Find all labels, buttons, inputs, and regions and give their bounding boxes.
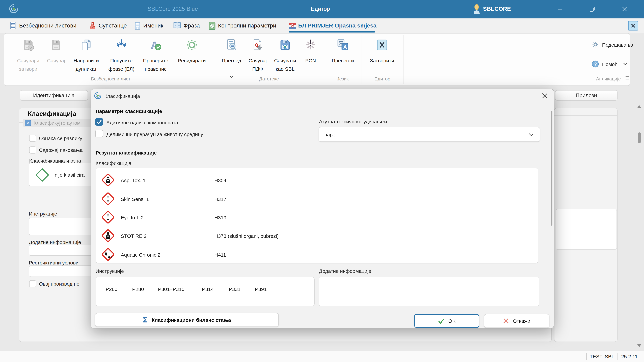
tab-phrase[interactable]: Фраза bbox=[173, 18, 200, 33]
spellcheck-button[interactable]: A Проверите правопис bbox=[139, 35, 172, 84]
empty-diamond-icon bbox=[33, 166, 51, 184]
pcn-button[interactable]: PCN bbox=[300, 35, 321, 84]
account-name[interactable]: SBLCORE bbox=[483, 6, 511, 12]
dialog-title: Класификација bbox=[104, 93, 140, 99]
page-scrollbar[interactable] bbox=[636, 104, 643, 349]
save-and-close-button[interactable]: Сачувај и затвори bbox=[14, 35, 42, 84]
tab-directory[interactable]: Именик bbox=[134, 18, 163, 33]
settings-gear-icon bbox=[592, 41, 599, 48]
close-tab-button[interactable] bbox=[628, 21, 638, 30]
additional-info-field[interactable] bbox=[29, 245, 94, 256]
ok-button[interactable]: OK bbox=[414, 314, 479, 328]
classification-list-label: Класификација bbox=[96, 160, 131, 166]
ghs08-health-hazard-icon bbox=[101, 229, 115, 242]
classification-balance-button[interactable]: Σ Класификациони биланс стања bbox=[95, 313, 279, 327]
dialog-logo-icon bbox=[94, 92, 102, 99]
p-code[interactable]: P280 bbox=[132, 286, 144, 292]
spellcheck-icon: A bbox=[149, 38, 162, 52]
scroll-down-icon[interactable] bbox=[637, 344, 642, 347]
sigma-icon: Σ bbox=[143, 316, 148, 324]
label-differs-checkbox[interactable] bbox=[29, 135, 36, 142]
product-checkbox[interactable] bbox=[29, 280, 36, 287]
chevron-down-icon bbox=[623, 63, 628, 65]
minimize-button[interactable] bbox=[554, 4, 566, 14]
save-button[interactable]: Сачувај bbox=[43, 35, 69, 84]
ghs07-exclamation-icon bbox=[101, 192, 115, 205]
divider bbox=[554, 171, 617, 171]
section-title: Класификација bbox=[28, 110, 76, 118]
check-icon bbox=[95, 118, 103, 126]
additive-checkbox[interactable] bbox=[95, 118, 103, 126]
safety-sheet-icon bbox=[10, 21, 17, 30]
save-icon bbox=[49, 38, 63, 52]
attachments-tab-button[interactable]: Прилози bbox=[555, 90, 618, 100]
p-codes-box[interactable]: P260 P280 P301+P310 P314 P331 P391 bbox=[96, 277, 314, 306]
additional-info-box[interactable] bbox=[319, 277, 539, 306]
close-window-button[interactable] bbox=[619, 4, 630, 14]
group-label-editor: Едитор bbox=[366, 76, 399, 81]
p-code[interactable]: P301+P310 bbox=[158, 286, 184, 292]
hazard-row[interactable]: STOT RE 2 H373 (slušni organi, bubrezi) bbox=[96, 226, 538, 245]
dialog-additional-label: Додатне информације bbox=[319, 268, 371, 274]
ghs07-exclamation-icon bbox=[101, 211, 115, 224]
settings-button[interactable]: Подешавања bbox=[592, 41, 633, 48]
cancel-button[interactable]: Откажи bbox=[484, 314, 550, 328]
group-divider bbox=[362, 35, 362, 84]
dropdown-value: паре bbox=[324, 132, 336, 137]
pdf-icon bbox=[251, 38, 264, 52]
instructions-label: Инструкције bbox=[29, 211, 57, 217]
instructions-field[interactable] bbox=[29, 218, 94, 235]
restore-button[interactable] bbox=[586, 4, 598, 14]
group-label-applications: Апликације bbox=[588, 76, 628, 81]
status-divider bbox=[618, 353, 618, 360]
dialog-instructions-label: Инструкције bbox=[96, 268, 124, 274]
status-divider bbox=[586, 353, 587, 360]
scrollbar-thumb[interactable] bbox=[638, 132, 641, 143]
app-logo-icon bbox=[9, 4, 19, 14]
hazard-row[interactable]: Asp. Tox. 1 H304 bbox=[96, 171, 538, 190]
status-mode: TEST: SBL bbox=[590, 354, 614, 359]
group-label-files: Датотеке bbox=[240, 76, 298, 81]
p-code[interactable]: P260 bbox=[106, 286, 118, 292]
hazard-row[interactable]: Eye Irrit. 2 H319 bbox=[96, 208, 538, 227]
dialog-scrollbar-thumb[interactable] bbox=[551, 111, 552, 226]
p-code[interactable]: P331 bbox=[229, 286, 240, 292]
titlebar: SBLCore 2025 Blue Едитор SBLCORE bbox=[0, 0, 644, 18]
package-contents-checkbox[interactable] bbox=[29, 146, 36, 153]
acute-toxicity-label: Акутна токсичност удисањем bbox=[319, 119, 387, 124]
building-icon bbox=[134, 22, 141, 30]
ribbon-toolbar: Сачувај и затвори Сачувај Направити дупл… bbox=[4, 33, 630, 86]
product-checkbox-label: Овај производ не bbox=[39, 281, 79, 287]
tab-substances[interactable]: Супстанце bbox=[89, 18, 127, 33]
scroll-up-icon[interactable] bbox=[637, 105, 642, 108]
identification-tab-button[interactable]: Идентификација bbox=[20, 90, 88, 100]
p-code[interactable]: P391 bbox=[255, 286, 267, 292]
tab-control-parameters[interactable]: Контролни параметри bbox=[209, 18, 276, 33]
translate-icon: A bbox=[336, 38, 350, 52]
hazard-row[interactable]: Skin Sens. 1 H317 bbox=[96, 189, 538, 209]
auto-classify-button[interactable]: ✳ Класификујте аутом bbox=[23, 119, 92, 127]
dialog-close-icon[interactable] bbox=[542, 93, 548, 99]
restrictive-conditions-field[interactable] bbox=[29, 266, 94, 277]
partial-recalc-checkbox[interactable] bbox=[95, 130, 103, 137]
acute-toxicity-dropdown[interactable]: паре bbox=[319, 127, 540, 142]
divider bbox=[554, 115, 617, 116]
preview-icon bbox=[225, 38, 238, 52]
revise-button[interactable]: Ревидирати bbox=[174, 35, 209, 84]
not-classified-text: nije klasificira bbox=[55, 172, 84, 178]
save-close-icon bbox=[22, 38, 35, 52]
help-button[interactable]: ? Помоћ bbox=[592, 60, 628, 68]
group-options-icon[interactable]: ☰ bbox=[625, 75, 629, 80]
tab-document-active[interactable]: БЛ PRIMJER Opasna smjesa bbox=[289, 18, 376, 33]
hazard-row[interactable]: Aquatic Chronic 2 H411 bbox=[96, 245, 538, 264]
window-label: Едитор bbox=[302, 6, 339, 12]
group-divider bbox=[214, 35, 214, 84]
main-tab-bar: Безбедносни листови Супстанце Именик bbox=[0, 18, 644, 33]
p-code[interactable]: P314 bbox=[202, 286, 214, 292]
cancel-x-icon bbox=[503, 318, 509, 324]
partial-recalc-checkbox-label: Делимични прерачун за животну средину bbox=[106, 131, 203, 137]
tab-safety-data-sheets[interactable]: Безбедносни листови bbox=[10, 18, 76, 33]
attachments-panel bbox=[554, 108, 618, 342]
ghs08-health-hazard-icon bbox=[101, 173, 115, 187]
down-arrows-icon bbox=[115, 38, 128, 52]
